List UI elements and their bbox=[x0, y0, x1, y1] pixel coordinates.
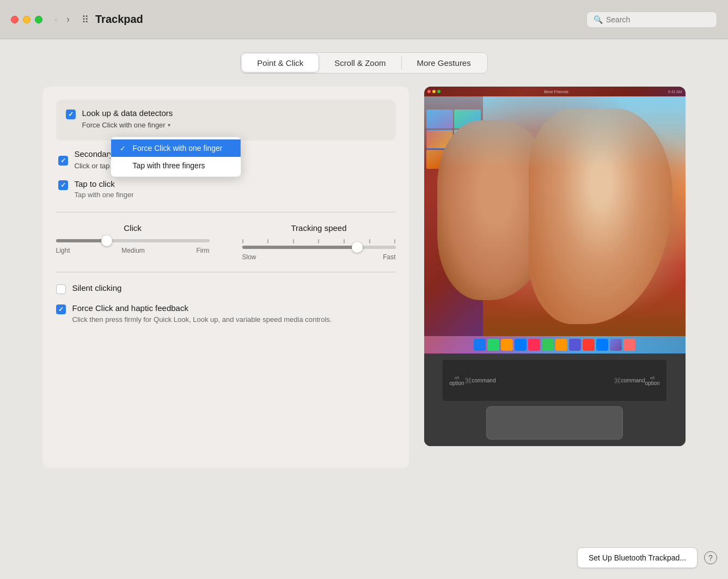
main-content: Point & Click Scroll & Zoom More Gesture… bbox=[0, 39, 728, 579]
look-up-dropdown[interactable]: Force Click with one finger ▾ bbox=[82, 121, 170, 129]
screen-ui bbox=[424, 96, 686, 336]
secondary-click-checkbox[interactable]: ✓ bbox=[58, 156, 68, 166]
key-option-right: altoption bbox=[645, 375, 659, 386]
screen-dock bbox=[424, 336, 686, 354]
key-command-left: command bbox=[472, 377, 496, 383]
silent-clicking-row: Silent clicking bbox=[56, 283, 396, 295]
dropdown-item-tap-three[interactable]: Tap with three fingers bbox=[111, 157, 241, 174]
window-title: Trackpad bbox=[95, 13, 586, 26]
chevron-down-icon: ▾ bbox=[168, 122, 170, 128]
dock-icon-1 bbox=[474, 339, 486, 351]
dropdown-item-force-click[interactable]: ✓ Force Click with one finger bbox=[111, 139, 241, 157]
tick-2 bbox=[267, 239, 268, 243]
dock-icon-6 bbox=[542, 339, 554, 351]
forward-button[interactable]: › bbox=[63, 13, 73, 26]
tick-marks bbox=[242, 239, 396, 243]
right-panel: Best Friends 9:41 AM bbox=[424, 87, 686, 468]
dock-icon-2 bbox=[487, 339, 499, 351]
tracking-slider-thumb[interactable] bbox=[352, 242, 363, 253]
tick-7 bbox=[394, 239, 395, 243]
search-input[interactable] bbox=[606, 15, 710, 24]
divider-2 bbox=[56, 272, 396, 272]
screen-time: 9:41 AM bbox=[668, 90, 682, 94]
checkmark-icon-4: ✓ bbox=[58, 306, 64, 313]
tap-to-click-checkbox[interactable]: ✓ bbox=[58, 180, 68, 190]
look-up-checkbox[interactable]: ✓ bbox=[66, 109, 76, 119]
tracking-slider-title: Tracking speed bbox=[242, 223, 396, 233]
dropdown-item-label-2: Tap with three fingers bbox=[133, 161, 205, 170]
dropdown-menu: ✓ Force Click with one finger Tap with t… bbox=[111, 137, 241, 177]
checkmark-icon-2: ✓ bbox=[60, 157, 66, 164]
dock-icon-4 bbox=[515, 339, 527, 351]
grid-icon: ⠿ bbox=[82, 14, 89, 26]
tracking-slider-fill bbox=[242, 246, 358, 249]
screen-area: Best Friends 9:41 AM bbox=[424, 87, 686, 354]
sliders-section: Click Light Medium Firm Tracking speed bbox=[56, 223, 396, 261]
tracking-slider-track[interactable] bbox=[242, 246, 396, 249]
force-click-haptic-checkbox[interactable]: ✓ bbox=[56, 304, 66, 314]
silent-clicking-label: Silent clicking bbox=[72, 283, 122, 292]
titlebar: ‹ › ⠿ Trackpad 🔍 bbox=[0, 0, 728, 39]
click-label-firm: Firm bbox=[197, 247, 210, 254]
tab-more-gestures[interactable]: More Gestures bbox=[402, 54, 486, 72]
click-label-light: Light bbox=[56, 247, 70, 254]
help-button[interactable]: ? bbox=[704, 551, 717, 564]
tick-3 bbox=[293, 239, 294, 243]
force-click-haptic-row: ✓ Force Click and haptic feedback Click … bbox=[56, 303, 396, 325]
setup-bluetooth-button[interactable]: Set Up Bluetooth Trackpad... bbox=[577, 547, 698, 568]
dropdown-value: Force Click with one finger bbox=[82, 121, 166, 129]
content-area: ✓ Look up & data detectors Force Click w… bbox=[43, 87, 686, 468]
search-bar[interactable]: 🔍 bbox=[586, 11, 717, 28]
key-command-symbol-left: ⌘ bbox=[464, 376, 472, 385]
checkmark-icon-3: ✓ bbox=[60, 181, 66, 189]
keyboard: altoption ⌘ command ⌘ command altoption bbox=[443, 360, 666, 401]
force-click-haptic-label: Force Click and haptic feedback bbox=[72, 303, 332, 313]
keyboard-area: altoption ⌘ command ⌘ command altoption bbox=[424, 354, 686, 446]
tab-point-click[interactable]: Point & Click bbox=[242, 54, 319, 72]
screen-close-dot bbox=[427, 90, 431, 93]
tab-scroll-zoom[interactable]: Scroll & Zoom bbox=[319, 54, 401, 72]
dock-icon-11 bbox=[610, 339, 622, 351]
bottom-section: Silent clicking ✓ Force Click and haptic… bbox=[56, 283, 396, 325]
close-button[interactable] bbox=[11, 16, 19, 23]
tracking-label-fast: Fast bbox=[383, 253, 395, 261]
screen-full-dot bbox=[437, 90, 441, 93]
nav-buttons: ‹ › bbox=[51, 13, 73, 26]
look-up-content: Look up & data detectors Force Click wit… bbox=[82, 108, 386, 130]
tracking-slider-labels: Slow Fast bbox=[242, 253, 396, 261]
trackpad bbox=[486, 406, 623, 440]
tick-5 bbox=[344, 239, 345, 243]
force-click-haptic-content: Force Click and haptic feedback Click th… bbox=[72, 303, 332, 325]
dock-icon-7 bbox=[555, 339, 567, 351]
dock-icon-8 bbox=[569, 339, 581, 351]
click-slider-fill bbox=[56, 239, 107, 242]
click-slider-thumb[interactable] bbox=[101, 235, 112, 246]
tap-to-click-content: Tap to click Tap with one finger bbox=[75, 179, 134, 199]
dropdown-item-label-1: Force Click with one finger bbox=[133, 144, 223, 153]
left-panel: ✓ Look up & data detectors Force Click w… bbox=[43, 87, 409, 468]
minimize-button[interactable] bbox=[23, 16, 30, 23]
tab-bar: Point & Click Scroll & Zoom More Gesture… bbox=[240, 52, 487, 74]
tick-4 bbox=[318, 239, 319, 243]
dock-icon-9 bbox=[583, 339, 595, 351]
screen-title-bar: Best Friends bbox=[445, 89, 668, 94]
bottom-bar: Set Up Bluetooth Trackpad... ? bbox=[577, 547, 717, 568]
back-button[interactable]: ‹ bbox=[51, 13, 61, 26]
tracking-slider-group: Tracking speed S bbox=[242, 223, 396, 261]
look-up-section: ✓ Look up & data detectors Force Click w… bbox=[56, 100, 396, 141]
click-slider-labels: Light Medium Firm bbox=[56, 247, 210, 254]
dock-icon-12 bbox=[623, 339, 635, 351]
fullscreen-button[interactable] bbox=[35, 16, 42, 23]
click-slider-title: Click bbox=[56, 223, 210, 233]
search-icon: 🔍 bbox=[594, 15, 603, 24]
click-slider-track[interactable] bbox=[56, 239, 210, 242]
tap-to-click-sublabel: Tap with one finger bbox=[75, 191, 134, 199]
key-option-left: altoption bbox=[449, 375, 464, 386]
dock-icon-3 bbox=[501, 339, 513, 351]
traffic-lights bbox=[11, 16, 42, 23]
tick-6 bbox=[369, 239, 370, 243]
tap-to-click-row: ✓ Tap to click Tap with one finger bbox=[56, 179, 396, 199]
divider-1 bbox=[56, 212, 396, 212]
macbook-preview: Best Friends 9:41 AM bbox=[424, 87, 686, 446]
silent-clicking-checkbox[interactable] bbox=[56, 284, 66, 294]
